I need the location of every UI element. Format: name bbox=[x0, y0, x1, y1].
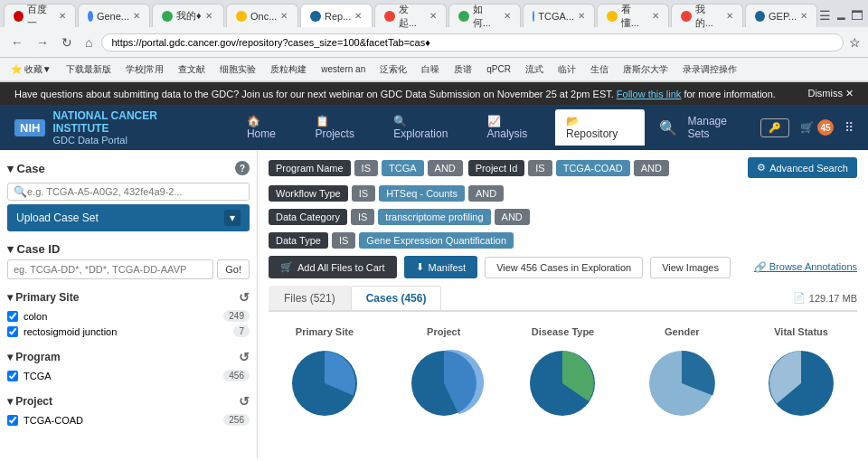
home-button[interactable]: ⌂ bbox=[81, 33, 96, 52]
login-button[interactable]: 🔑 bbox=[760, 118, 789, 137]
bookmark-rec[interactable]: 录录调控操作 bbox=[679, 62, 741, 77]
tab-my2[interactable]: 我的...✕ bbox=[671, 4, 743, 27]
filter-tcga-checkbox[interactable] bbox=[7, 371, 18, 381]
upload-case-set-button[interactable]: Upload Case Set ▾ bbox=[7, 204, 250, 231]
grid-button[interactable]: ⠿ bbox=[844, 120, 854, 135]
case-search-input[interactable] bbox=[27, 186, 243, 197]
bookmark-ms[interactable]: 质谱 bbox=[450, 62, 476, 77]
notification-bar: Have questions about submitting data to … bbox=[0, 82, 868, 105]
back-button[interactable]: ← bbox=[7, 33, 27, 52]
bookmark-stats[interactable]: 临计 bbox=[554, 62, 580, 77]
filter-rectosigmoid-checkbox[interactable] bbox=[7, 326, 18, 337]
search-button[interactable]: 🔍 bbox=[659, 119, 677, 136]
bookmark-favorites[interactable]: ⭐ 收藏▼ bbox=[7, 62, 55, 77]
filter-tag-program-name: Program Name IS TCGA AND bbox=[269, 160, 463, 176]
bookmark-bio[interactable]: 生信 bbox=[587, 62, 612, 77]
filter-tags-row2: Workflow Type IS HTSeq - Counts AND bbox=[269, 185, 857, 202]
view-cases-label: View 456 Cases in Exploration bbox=[496, 262, 631, 273]
external-link-icon: 🔗 bbox=[754, 261, 767, 272]
advanced-search-button[interactable]: ⚙ Advanced Search bbox=[748, 157, 857, 178]
project-pie bbox=[403, 343, 485, 424]
bookmark-qpcr[interactable]: qPCR bbox=[483, 63, 514, 75]
add-all-files-cart-button[interactable]: 🛒 Add All Files to Cart bbox=[269, 256, 397, 278]
bookmark-pan[interactable]: 泛索化 bbox=[376, 62, 410, 77]
view-cases-button[interactable]: View 456 Cases in Exploration bbox=[485, 257, 643, 278]
tab-launch[interactable]: 发起...✕ bbox=[374, 4, 447, 27]
bookmark-literature[interactable]: 查文献 bbox=[175, 62, 209, 77]
case-id-input[interactable] bbox=[7, 259, 213, 279]
manage-sets-button[interactable]: Manage Sets bbox=[688, 115, 750, 140]
cart-icon: 🛒 bbox=[800, 121, 814, 134]
filter-colon-label: colon bbox=[24, 311, 47, 322]
filter-tag-and-4: AND bbox=[495, 209, 530, 225]
logo-area: NIH NATIONAL CANCER INSTITUTE GDC Data P… bbox=[14, 109, 214, 146]
nav-home[interactable]: 🏠 Home bbox=[236, 109, 303, 146]
sidebar: ▾ Case ? 🔍 Upload Case Set ▾ ▾ Case ID G… bbox=[0, 150, 258, 459]
case-section-title[interactable]: ▾ Case ? bbox=[7, 157, 250, 179]
bookmark-cell[interactable]: 细胞实验 bbox=[216, 62, 259, 77]
bookmark-school[interactable]: 学校|常用 bbox=[122, 62, 168, 77]
cart-icon-btn: 🛒 bbox=[280, 261, 293, 273]
project-title[interactable]: ▾ Project ↺ bbox=[7, 390, 250, 412]
bookmark-download[interactable]: 下载最新版 bbox=[62, 62, 115, 77]
program-title[interactable]: ▾ Program ↺ bbox=[7, 346, 250, 368]
case-id-section: ▾ Case ID Go! bbox=[7, 239, 250, 279]
tab-tcga[interactable]: TCGA...✕ bbox=[523, 4, 595, 27]
cart-button[interactable]: 🛒 45 bbox=[800, 119, 834, 136]
refresh-button[interactable]: ↻ bbox=[58, 33, 76, 52]
program-refresh-icon[interactable]: ↺ bbox=[239, 350, 250, 364]
bookmark-flow[interactable]: 流式 bbox=[522, 62, 547, 77]
forward-button[interactable]: → bbox=[33, 33, 52, 52]
primary-site-title[interactable]: ▾ Primary Site ↺ bbox=[7, 287, 250, 308]
help-icon[interactable]: ? bbox=[235, 161, 250, 175]
tab-gene[interactable]: Gene...✕ bbox=[78, 4, 150, 27]
filter-tag-is-2: IS bbox=[528, 160, 552, 176]
view-images-label: View Images bbox=[662, 262, 719, 273]
bookmark-western[interactable]: western an bbox=[317, 63, 369, 75]
primary-site-chart-title: Primary Site bbox=[296, 326, 354, 337]
dismiss-button[interactable]: Dismiss ✕ bbox=[807, 88, 854, 99]
bookmark-univ[interactable]: 唐斯尔大学 bbox=[619, 62, 672, 77]
address-input[interactable] bbox=[101, 33, 844, 52]
browse-annotations-label: Browse Annotations bbox=[769, 261, 857, 272]
tab-baidu[interactable]: 百度一✕ bbox=[4, 4, 76, 27]
nav-exploration[interactable]: 🔍 Exploration bbox=[382, 109, 474, 146]
filter-tcga-coad-checkbox[interactable] bbox=[7, 415, 18, 426]
results-tabs: Files (521) Cases (456) 📄 129.17 MB bbox=[269, 286, 857, 312]
case-search-box[interactable]: 🔍 bbox=[7, 183, 250, 201]
charts-row: Primary Site Project Disease Type bbox=[269, 319, 857, 431]
gender-pie bbox=[641, 343, 722, 424]
nav-analysis[interactable]: 📈 Analysis bbox=[476, 109, 553, 146]
tab-see[interactable]: 看懂...✕ bbox=[597, 4, 669, 27]
filter-tcga-count: 456 bbox=[223, 370, 250, 381]
notification-link[interactable]: Follow this link bbox=[617, 89, 682, 99]
filter-tag-transcriptome-value: transcriptome profiling bbox=[378, 209, 490, 225]
nav-repository[interactable]: 📂 Repository bbox=[555, 109, 645, 146]
header-right: 🔍 Manage Sets 🔑 🛒 45 ⠿ bbox=[659, 115, 854, 140]
bookmark-noise[interactable]: 白噪 bbox=[418, 62, 443, 77]
tab-onc[interactable]: Onc...✕ bbox=[226, 4, 298, 27]
tab-my[interactable]: 我的♦✕ bbox=[152, 4, 224, 27]
primary-site-refresh-icon[interactable]: ↺ bbox=[239, 290, 250, 305]
files-tab[interactable]: Files (521) bbox=[269, 286, 351, 310]
case-id-title[interactable]: ▾ Case ID bbox=[7, 239, 250, 259]
tab-repo[interactable]: Rep...✕ bbox=[300, 4, 373, 27]
filter-tag-gene-expr-value: Gene Expression Quantification bbox=[359, 232, 514, 249]
tab-gep[interactable]: GEP...✕ bbox=[745, 4, 817, 27]
browse-annotations-link[interactable]: 🔗 Browse Annotations bbox=[754, 261, 857, 273]
nav-projects[interactable]: 📋 Projects bbox=[305, 109, 382, 146]
bookmark-star[interactable]: ☆ bbox=[849, 35, 861, 50]
cases-tab[interactable]: Cases (456) bbox=[351, 286, 442, 310]
manifest-button[interactable]: ⬇ Manifest bbox=[404, 256, 478, 278]
content-area: Program Name IS TCGA AND Project Id IS T… bbox=[258, 150, 868, 459]
file-icon: 📄 bbox=[793, 292, 806, 304]
filter-colon-checkbox[interactable] bbox=[7, 311, 18, 322]
main-nav: 🏠 Home 📋 Projects 🔍 Exploration 📈 Analys… bbox=[236, 109, 645, 146]
filter-tcga-coad-label: TCGA-COAD bbox=[24, 415, 83, 426]
bookmark-plasmid[interactable]: 质粒构建 bbox=[267, 62, 310, 77]
primary-site-pie bbox=[284, 343, 365, 424]
project-refresh-icon[interactable]: ↺ bbox=[239, 394, 250, 409]
tab-how[interactable]: 如何...✕ bbox=[448, 4, 521, 27]
case-id-go-button[interactable]: Go! bbox=[217, 259, 250, 279]
view-images-button[interactable]: View Images bbox=[650, 257, 731, 278]
